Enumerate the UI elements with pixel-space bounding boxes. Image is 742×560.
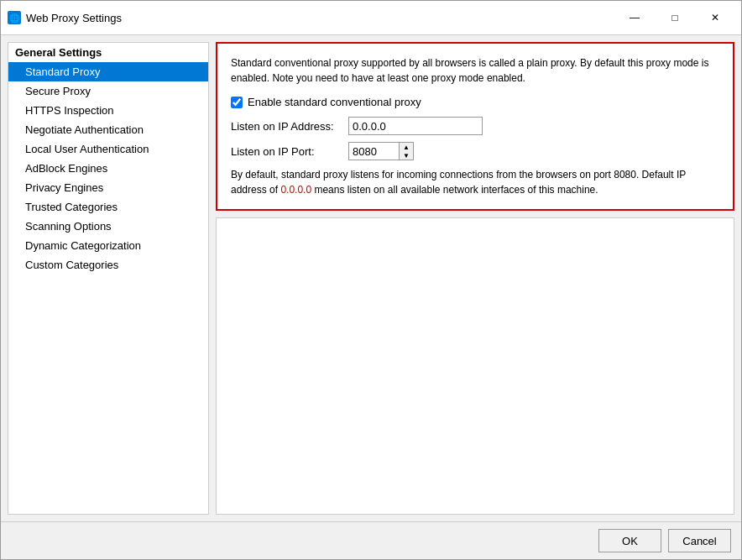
window-controls: — □ ✕	[615, 6, 734, 29]
sidebar-item-standard-proxy[interactable]: Standard Proxy	[8, 62, 208, 81]
app-icon: 🌐	[8, 11, 21, 24]
listen-ip-input[interactable]	[348, 117, 483, 135]
title-bar: 🌐 Web Proxy Settings — □ ✕	[1, 1, 741, 35]
spinner-up-button[interactable]: ▲	[400, 143, 413, 151]
sidebar-item-scanning-options[interactable]: Scanning Options	[8, 217, 208, 236]
port-spinner: ▲ ▼	[348, 142, 414, 160]
sidebar-item-https-inspection[interactable]: HTTPS Inspection	[8, 101, 208, 120]
bottom-text-part2: means listen on all available network in…	[311, 184, 598, 196]
listen-port-row: Listen on IP Port: ▲ ▼	[231, 142, 719, 160]
enable-proxy-checkbox[interactable]	[231, 97, 243, 108]
sidebar-item-privacy-engines[interactable]: Privacy Engines	[8, 178, 208, 197]
main-panel: Standard conventional proxy supported by…	[216, 42, 734, 515]
minimize-button[interactable]: —	[615, 6, 654, 29]
sidebar: General Settings Standard Proxy Secure P…	[8, 42, 209, 515]
sidebar-item-adblock-engines[interactable]: AdBlock Engines	[8, 159, 208, 178]
maximize-button[interactable]: □	[656, 6, 694, 29]
sidebar-item-dynamic-categorization[interactable]: Dynamic Categorization	[8, 236, 208, 255]
footer: OK Cancel	[1, 521, 741, 559]
description-text: Standard conventional proxy supported by…	[231, 55, 719, 86]
sidebar-item-negotiate-authentication[interactable]: Negotiate Authentication	[8, 120, 208, 139]
close-button[interactable]: ✕	[696, 6, 734, 29]
bottom-highlight-text: 0.0.0.0	[280, 184, 311, 196]
sidebar-item-local-user-authentication[interactable]: Local User Authentication	[8, 139, 208, 159]
listen-ip-row: Listen on IP Address:	[231, 117, 719, 135]
ok-button[interactable]: OK	[598, 529, 661, 552]
spinner-down-button[interactable]: ▼	[400, 151, 413, 160]
sidebar-item-general-settings[interactable]: General Settings	[8, 43, 208, 62]
spinner-buttons: ▲ ▼	[399, 142, 414, 160]
sidebar-item-secure-proxy[interactable]: Secure Proxy	[8, 81, 208, 101]
empty-panel	[216, 217, 734, 515]
listen-port-input[interactable]	[348, 142, 399, 160]
main-window: 🌐 Web Proxy Settings — □ ✕ General Setti…	[0, 0, 742, 560]
listen-port-label: Listen on IP Port:	[231, 145, 348, 158]
content-area: General Settings Standard Proxy Secure P…	[1, 35, 741, 521]
listen-ip-label: Listen on IP Address:	[231, 120, 348, 133]
cancel-button[interactable]: Cancel	[668, 529, 731, 552]
enable-proxy-label[interactable]: Enable standard conventional proxy	[248, 96, 421, 108]
enable-checkbox-row: Enable standard conventional proxy	[231, 96, 719, 108]
sidebar-item-trusted-categories[interactable]: Trusted Categories	[8, 197, 208, 217]
sidebar-item-custom-categories[interactable]: Custom Categories	[8, 255, 208, 275]
settings-panel: Standard conventional proxy supported by…	[216, 42, 734, 211]
bottom-description: By default, standard proxy listens for i…	[231, 167, 719, 197]
window-title: Web Proxy Settings	[26, 12, 610, 24]
